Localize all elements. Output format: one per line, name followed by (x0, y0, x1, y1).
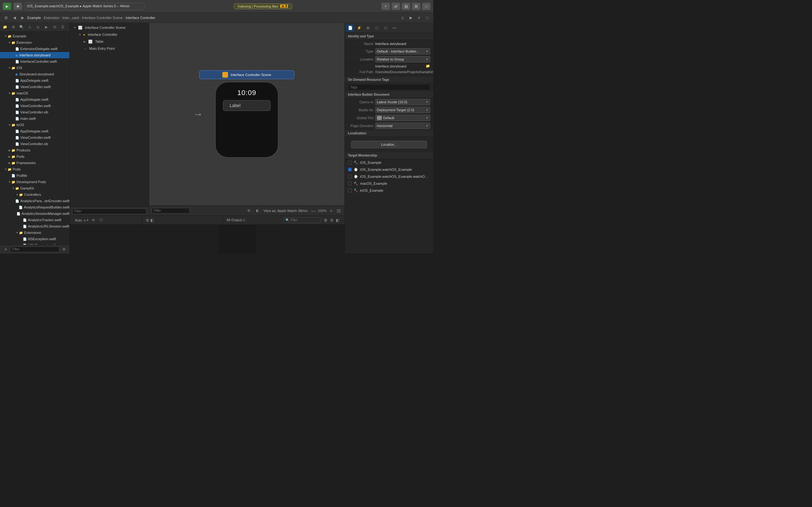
outline-item[interactable]: ▼●Interface Controller (70, 31, 149, 38)
tree-item[interactable]: ▼📁Example (0, 33, 69, 39)
target-checkbox[interactable] (348, 161, 352, 164)
tree-item[interactable]: 📄AppDelegate.swift (0, 128, 69, 134)
type-dropdown[interactable]: Default - Interface Builder... ▼ (375, 48, 430, 55)
tree-item[interactable]: ◉Storyboard.storyboard (0, 71, 69, 77)
tree-item[interactable]: 📄main.swift (0, 115, 69, 122)
target-checkbox[interactable] (348, 168, 352, 171)
canvas-icon2[interactable]: ◧ (254, 208, 261, 214)
bottom-layout-icon[interactable]: ◧ (336, 218, 339, 222)
file-filter-input[interactable] (10, 246, 59, 252)
opens-in-dropdown[interactable]: Latest Xcode (10.0) ▼ (375, 99, 430, 105)
trash-icon[interactable]: 🗑 (324, 218, 328, 222)
outline-item[interactable]: ▼⬜Interface Controller Scene (70, 24, 149, 31)
zoom-out-button[interactable]: — (310, 208, 316, 214)
tree-item[interactable]: ▼📁Controllers (0, 191, 69, 198)
tree-item[interactable]: 📄ExtensionDelegate.swift (0, 46, 69, 52)
outline-icon1[interactable]: ⊞ (146, 218, 149, 222)
tree-item[interactable]: ▼📁tvOS (0, 122, 69, 128)
builds-for-dropdown[interactable]: Deployment Target (2.0) ▼ (375, 107, 430, 113)
tree-item[interactable]: ◉Interface.storyboard (0, 52, 69, 58)
tree-item[interactable]: 📄ViewController.swift (0, 134, 69, 141)
tree-item[interactable]: 📄InterfaceController.swift (0, 58, 69, 65)
tree-item[interactable]: ▶📁Pods (0, 153, 69, 160)
tree-item[interactable]: 📄AppDelegate.swift (0, 77, 69, 83)
auto-chevron-icon[interactable]: ▲▼ (84, 219, 89, 222)
stop-button[interactable]: ■ (13, 3, 22, 10)
tree-item[interactable]: 📄AnalyticsPara...terEncoder.swift (0, 198, 69, 204)
tree-item[interactable]: ▶📁Products (0, 147, 69, 153)
tags-input[interactable] (348, 84, 430, 90)
jump-icon[interactable]: ▶ (407, 14, 414, 21)
target-row[interactable]: 🔨macOS_Example (345, 180, 433, 187)
outline-icon2[interactable]: ◧ (150, 218, 154, 222)
breadcrumb-example[interactable]: Example (27, 16, 41, 20)
add-file-button[interactable]: + (3, 246, 9, 252)
nav-test-icon[interactable]: ◎ (34, 24, 42, 31)
tree-item[interactable]: 📄NSException.swift (0, 236, 69, 242)
filter-options-icon[interactable]: ⊞ (61, 246, 67, 252)
scene-label-bar[interactable]: 🔸 Interface Controller Scene (199, 70, 294, 79)
right-tab-attributes[interactable]: ⬡ (373, 24, 381, 32)
inspector-toggle[interactable]: ≡ (415, 14, 422, 21)
right-tab-quick[interactable]: ⚡ (355, 24, 363, 32)
breadcrumb-extension[interactable]: Extension (44, 16, 59, 20)
layout-toggle-2[interactable]: ⊞ (412, 3, 420, 10)
right-tab-size[interactable]: ◻ (382, 24, 390, 32)
layout-icon[interactable]: □ (424, 14, 431, 21)
localize-button[interactable]: Localize... (351, 141, 427, 148)
layout-toggle-1[interactable]: ▤ (402, 3, 410, 10)
tree-item[interactable]: ▼📁Extension (0, 39, 69, 46)
nav-report-icon[interactable]: ☰ (59, 24, 67, 31)
project-breadcrumb[interactable]: iOS_Example.watchOS_Example ▸ Apple Watc… (24, 3, 145, 10)
nav-grid-icon[interactable]: ⊞ (3, 14, 9, 21)
target-checkbox[interactable] (348, 188, 352, 192)
nav-symbol-icon[interactable]: ⊞ (9, 24, 17, 31)
file-reveal-icon[interactable]: 📁 (426, 64, 430, 68)
zoom-in-button[interactable]: + (328, 208, 334, 214)
nav-breakpoint-icon[interactable]: ⊟ (51, 24, 58, 31)
nav-forward-icon[interactable]: ▶ (19, 14, 26, 21)
back-forward-button[interactable]: ⇄ (392, 3, 400, 10)
info-icon[interactable]: ⓘ (98, 217, 104, 223)
tree-item[interactable]: ▼📁GampKit (0, 185, 69, 191)
right-tab-connections[interactable]: ⊷ (391, 24, 399, 32)
output-filter-input[interactable] (291, 218, 316, 222)
tree-item[interactable]: 📄ViewController.xib (0, 109, 69, 115)
eye-icon[interactable]: 👁 (90, 217, 96, 223)
tree-item[interactable]: 📄ViewController.xib (0, 141, 69, 147)
watch-label-element[interactable]: Label (223, 100, 270, 111)
target-checkbox[interactable] (348, 181, 352, 185)
tree-item[interactable]: ▼📁macOS (0, 90, 69, 96)
target-checkbox[interactable] (348, 175, 352, 178)
tree-item[interactable]: ▼📁Pods (0, 166, 69, 172)
target-row[interactable]: ⌚iOS_Example.watchOS_Example.watchO... (345, 173, 433, 180)
nav-files-icon[interactable]: 📁 (1, 24, 9, 31)
breadcrumb-inter[interactable]: Inter...oard (62, 16, 79, 20)
nav-back-icon[interactable]: ◀ (11, 14, 18, 21)
right-tab-identity[interactable]: ⊞ (364, 24, 372, 32)
outline-item[interactable]: →Main Entry Point (70, 45, 149, 52)
tree-item[interactable]: ▼📁Extensions (0, 229, 69, 236)
tree-item[interactable]: 📄ViewController.swift (0, 83, 69, 90)
target-row[interactable]: ⌚iOS_Example.watchOS_Example (345, 166, 433, 173)
right-tab-file[interactable]: 📄 (346, 24, 354, 32)
split-view-icon[interactable]: ⊞ (330, 218, 334, 222)
tree-item[interactable]: 📄AnalyticsURLSession.swift (0, 223, 69, 229)
tree-item[interactable]: 📄AppDelegate.swift (0, 96, 69, 103)
page-direction-dropdown[interactable]: Horizontal ▼ (375, 123, 430, 129)
target-row[interactable]: 🔨tvOS_Example (345, 187, 433, 194)
tree-item[interactable]: ▶📁Frameworks (0, 160, 69, 166)
target-row[interactable]: 🔨iOS_Example (345, 159, 433, 166)
fit-screen-button[interactable]: ⊡ (336, 208, 342, 214)
tree-item[interactable]: ▼📁Development Pods (0, 179, 69, 185)
tree-item[interactable]: 📄ViewController.swift (0, 103, 69, 109)
canvas-icon1[interactable]: ⊞ (246, 208, 252, 214)
tree-item[interactable]: 📄Podfile (0, 172, 69, 179)
breadcrumb-current[interactable]: Interface Controller (125, 16, 155, 20)
layout-toggle-3[interactable]: □ (422, 3, 431, 10)
nav-warning-icon[interactable]: ⚠ (26, 24, 34, 31)
nav-debug-icon[interactable]: ▶ (43, 24, 50, 31)
outline-item[interactable]: ▶⬜Table (70, 38, 149, 45)
location-dropdown[interactable]: Relative to Group ▼ (375, 56, 430, 62)
tree-item[interactable]: 📄AnalyticsRequestBuilder.swift (0, 204, 69, 210)
